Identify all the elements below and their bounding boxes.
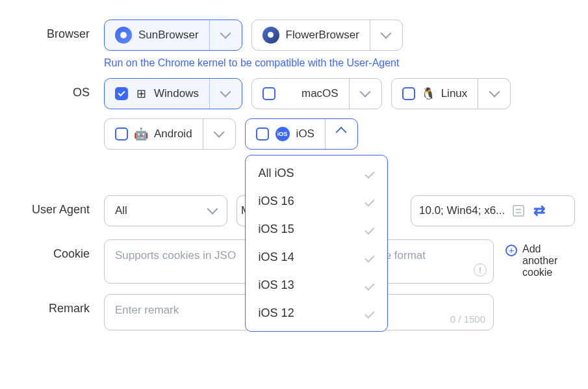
user-agent-string-value: 10.0; Win64; x6... — [419, 204, 505, 217]
os-option-linux[interactable]: 🐧 Linux — [391, 78, 511, 109]
browser-option-label: SunBrowser — [138, 29, 199, 42]
os-option-android[interactable]: 🤖 Android — [104, 118, 236, 150]
windows-checkbox[interactable] — [115, 87, 128, 100]
ios-option-label: All iOS — [259, 167, 294, 180]
check-icon — [364, 224, 375, 235]
browser-hint: Run on the Chrome kernel to be compatibl… — [104, 57, 575, 69]
ios-option-14[interactable]: iOS 14 — [246, 243, 387, 271]
remark-char-count: 0 / 1500 — [450, 314, 485, 325]
plus-icon: + — [505, 245, 517, 256]
linux-dropdown-toggle[interactable] — [478, 79, 510, 109]
browser-option-flowerbrowser[interactable]: FlowerBrowser — [251, 20, 403, 51]
android-dropdown-toggle[interactable] — [203, 119, 235, 149]
windows-icon: ⊞ — [134, 87, 147, 100]
cookie-placeholder-tail: e format — [385, 249, 426, 262]
android-checkbox[interactable] — [115, 127, 128, 141]
list-icon — [513, 205, 524, 217]
user-agent-list-button[interactable] — [511, 204, 526, 218]
user-agent-string-input[interactable]: 10.0; Win64; x6... ⇄ — [411, 195, 575, 226]
ios-option-13[interactable]: iOS 13 — [246, 271, 387, 299]
check-icon — [364, 252, 375, 263]
user-agent-shuffle-button[interactable]: ⇄ — [532, 204, 546, 218]
android-icon: 🤖 — [134, 127, 147, 141]
cookie-placeholder: Supports cookies in JSO — [115, 249, 236, 262]
user-agent-label: User Agent — [13, 195, 104, 217]
ios-option-label: iOS 14 — [259, 250, 294, 264]
os-option-label: macOS — [301, 87, 339, 100]
sunbrowser-icon — [115, 27, 132, 44]
browser-option-label: FlowerBrowser — [286, 29, 359, 42]
user-agent-filter-value: All — [115, 204, 202, 217]
shuffle-icon: ⇄ — [533, 202, 545, 219]
info-icon[interactable]: ! — [474, 263, 487, 276]
add-cookie-button[interactable]: + Add another cookie — [505, 243, 568, 278]
ios-option-all[interactable]: All iOS — [246, 159, 387, 187]
ios-option-12[interactable]: iOS 12 — [246, 299, 387, 327]
windows-dropdown-toggle[interactable] — [209, 79, 242, 109]
remark-label: Remark — [13, 294, 104, 315]
check-icon — [364, 196, 375, 207]
ios-checkbox[interactable] — [256, 127, 269, 141]
os-label: OS — [13, 78, 104, 100]
os-option-label: Windows — [154, 87, 199, 100]
apple-icon — [282, 87, 295, 100]
chevron-down-icon — [220, 87, 231, 98]
macos-dropdown-toggle[interactable] — [349, 79, 381, 109]
check-icon — [364, 280, 375, 291]
ios-dropdown-panel: All iOS iOS 16 iOS 15 iOS 14 iOS 13 iOS … — [245, 155, 388, 332]
chevron-down-icon — [360, 87, 371, 98]
check-icon — [364, 308, 375, 319]
sunbrowser-dropdown-toggle[interactable] — [209, 20, 242, 50]
chevron-up-icon — [336, 127, 347, 138]
ios-option-16[interactable]: iOS 16 — [246, 187, 387, 215]
linux-checkbox[interactable] — [402, 87, 415, 100]
add-cookie-label: Add another cookie — [522, 243, 568, 278]
os-option-label: Linux — [441, 87, 468, 100]
macos-checkbox[interactable] — [262, 87, 275, 100]
chevron-down-icon — [489, 87, 500, 98]
os-option-macos[interactable]: macOS — [251, 78, 382, 109]
chevron-down-icon — [381, 28, 392, 39]
ios-option-15[interactable]: iOS 15 — [246, 215, 387, 243]
browser-option-sunbrowser[interactable]: SunBrowser — [104, 20, 242, 51]
remark-placeholder: Enter remark — [115, 304, 179, 316]
ios-option-label: iOS 15 — [259, 222, 294, 236]
ios-icon: iOS — [275, 127, 290, 141]
flowerbrowser-dropdown-toggle[interactable] — [370, 20, 402, 50]
os-option-label: iOS — [296, 127, 314, 141]
ios-option-label: iOS 12 — [259, 306, 294, 320]
flowerbrowser-icon — [262, 27, 279, 44]
chevron-down-icon — [220, 28, 231, 39]
user-agent-filter-select[interactable]: All — [104, 195, 227, 226]
os-option-label: Android — [154, 127, 192, 141]
os-option-ios[interactable]: iOS iOS — [245, 118, 358, 150]
ios-option-label: iOS 16 — [259, 194, 294, 208]
check-icon — [364, 168, 375, 179]
ios-option-label: iOS 13 — [259, 278, 294, 292]
ios-dropdown-toggle[interactable] — [325, 119, 357, 149]
os-option-windows[interactable]: ⊞ Windows — [104, 78, 242, 109]
chevron-down-icon — [207, 204, 218, 215]
ios-holder: iOS iOS All iOS iOS 16 iOS 15 iOS 14 iOS… — [245, 118, 358, 150]
linux-icon: 🐧 — [422, 87, 435, 100]
browser-label: Browser — [13, 20, 104, 41]
chevron-down-icon — [214, 127, 225, 138]
cookie-label: Cookie — [13, 239, 104, 261]
